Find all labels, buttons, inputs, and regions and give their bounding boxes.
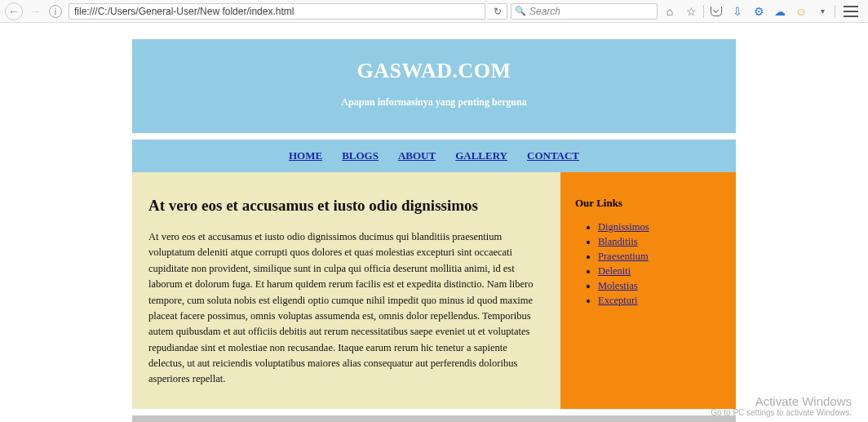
sidebar-heading: Our Links: [575, 197, 721, 210]
back-button[interactable]: ←: [5, 2, 23, 20]
page-footer: © Copyright - Gaswad.Com 2017 | Alright …: [132, 415, 736, 422]
list-item: Blanditiis: [598, 236, 721, 248]
page-container: GASWAD.COM Apapun informasinya yang pent…: [132, 39, 736, 422]
link-blanditiis[interactable]: Blanditiis: [598, 236, 638, 247]
site-tagline: Apapun informasinya yang penting berguna: [140, 96, 728, 109]
list-item: Dignissimos: [598, 221, 721, 233]
url-bar[interactable]: file:///C:/Users/General-User/New folder…: [69, 3, 485, 20]
nav-about[interactable]: ABOUT: [398, 149, 436, 162]
link-deleniti[interactable]: Deleniti: [598, 265, 631, 277]
hero-banner: GASWAD.COM Apapun informasinya yang pent…: [132, 39, 736, 133]
search-icon: 🔍: [515, 6, 526, 16]
article-body: At vero eos et accusamus et iusto odio d…: [148, 229, 544, 388]
home-icon[interactable]: ⌂: [661, 2, 679, 20]
link-dignissimos[interactable]: Dignissimos: [598, 221, 649, 233]
list-item: Molestias: [598, 280, 721, 292]
dropdown-icon[interactable]: ▾: [813, 2, 831, 20]
menu-button[interactable]: [844, 6, 858, 17]
greasemonkey-icon[interactable]: ⚙︎: [750, 2, 768, 20]
spacer: [132, 133, 736, 140]
article-heading: At vero eos et accusamus et iusto odio d…: [148, 197, 544, 215]
toolbar-separator: [703, 5, 704, 18]
downloads-icon[interactable]: ⇩: [728, 2, 746, 20]
list-item: Deleniti: [598, 265, 721, 278]
link-praesentium[interactable]: Praesentium: [598, 251, 649, 262]
article-main: At vero eos et accusamus et iusto odio d…: [132, 172, 560, 409]
search-placeholder: Search: [529, 6, 560, 17]
site-title: GASWAD.COM: [140, 59, 728, 83]
profile-icon[interactable]: ☺: [792, 2, 810, 20]
sidebar-list: Dignissimos Blanditiis Praesentium Delen…: [575, 221, 721, 307]
site-info-icon[interactable]: i: [49, 5, 62, 18]
url-text: file:///C:/Users/General-User/New folder…: [74, 6, 294, 17]
browser-toolbar: ← → i file:///C:/Users/General-User/New …: [0, 0, 868, 23]
list-item: Praesentium: [598, 251, 721, 263]
nav-gallery[interactable]: GALLERY: [455, 149, 507, 162]
link-excepturi[interactable]: Excepturi: [598, 295, 638, 306]
nav-blogs[interactable]: BLOGS: [342, 149, 379, 162]
content-row: At vero eos et accusamus et iusto odio d…: [132, 172, 736, 409]
nav-home[interactable]: HOME: [289, 149, 322, 162]
bookmark-icon[interactable]: ☆: [682, 2, 700, 20]
sync-icon[interactable]: ☁: [771, 2, 789, 20]
link-molestias[interactable]: Molestias: [598, 280, 638, 291]
forward-button[interactable]: →: [26, 2, 44, 20]
refresh-button[interactable]: ↻: [488, 3, 507, 20]
pocket-icon[interactable]: [707, 2, 725, 20]
page-viewport: GASWAD.COM Apapun informasinya yang pent…: [0, 23, 868, 422]
nav-contact[interactable]: CONTACT: [527, 149, 579, 162]
main-nav: HOME BLOGS ABOUT GALLERY CONTACT: [132, 140, 736, 172]
spacer-2: [132, 409, 736, 415]
toolbar-separator-2: [835, 5, 835, 18]
search-box[interactable]: 🔍 Search: [511, 3, 658, 20]
list-item: Excepturi: [598, 295, 721, 307]
sidebar-links: Our Links Dignissimos Blanditiis Praesen…: [560, 172, 736, 409]
